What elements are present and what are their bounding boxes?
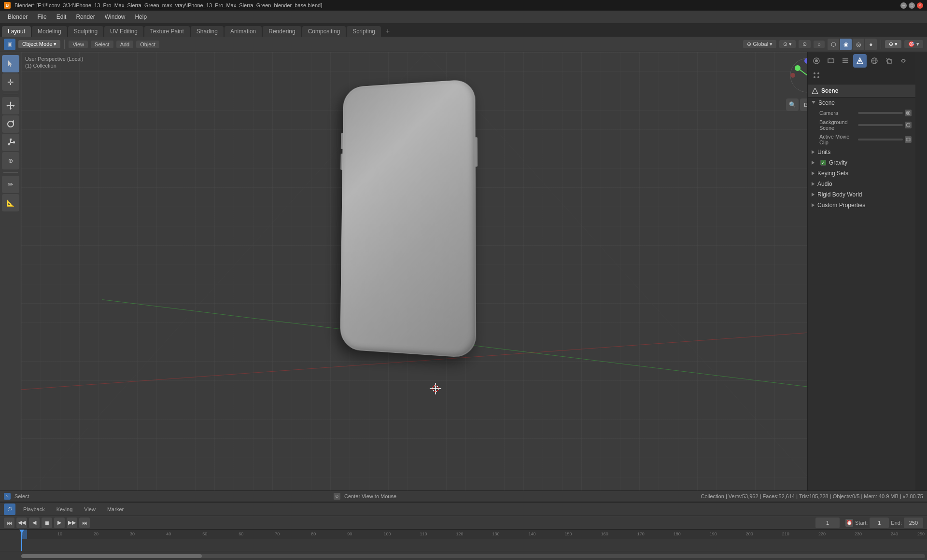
tab-scripting[interactable]: Scripting xyxy=(347,26,381,37)
tab-layout[interactable]: Layout xyxy=(2,26,31,37)
jump-end-btn[interactable]: ⏭ xyxy=(79,518,90,528)
render-props-icon[interactable] xyxy=(810,54,823,68)
solid-shading-btn[interactable]: ◉ xyxy=(840,39,852,50)
menu-window[interactable]: Window xyxy=(101,13,129,21)
timeline-scroll-bar[interactable] xyxy=(0,551,927,560)
stop-btn[interactable]: ⏹ xyxy=(42,518,52,528)
play-btn[interactable]: ▶ xyxy=(54,518,65,528)
active-movie-clip-value[interactable] xyxy=(858,139,903,140)
end-frame-input[interactable] xyxy=(904,518,923,528)
select-menu[interactable]: Select xyxy=(91,41,113,48)
proportional-edit-toggle[interactable]: ○ xyxy=(814,41,825,48)
start-frame-input[interactable] xyxy=(870,518,889,528)
background-scene-value[interactable] xyxy=(858,124,903,126)
material-shading-btn[interactable]: ◎ xyxy=(853,39,864,50)
scene-section-header[interactable]: Scene xyxy=(808,98,915,108)
keying-tab[interactable]: Keying xyxy=(53,505,77,513)
units-section-header[interactable]: Units xyxy=(808,147,915,157)
svg-rect-40 xyxy=(843,62,848,63)
frame-range: ⏰ Start: End: xyxy=(845,518,923,528)
cursor-tool-btn[interactable]: ✛ xyxy=(2,73,19,91)
timeline-track[interactable]: 1 10 20 30 40 50 60 70 80 90 100 110 120… xyxy=(0,530,927,551)
transform-tool-btn[interactable]: ⊕ xyxy=(2,152,19,169)
menu-edit[interactable]: Edit xyxy=(53,13,70,21)
background-scene-picker-icon[interactable] xyxy=(905,122,912,128)
add-menu[interactable]: Add xyxy=(116,41,134,48)
viewport-mode-icon[interactable]: ▣ xyxy=(4,39,15,50)
svg-point-6 xyxy=(8,121,14,127)
rendered-shading-btn[interactable]: ● xyxy=(865,39,877,50)
measure-tool-btn[interactable]: 📐 xyxy=(2,194,19,211)
phone-model-body xyxy=(340,79,476,359)
menu-render[interactable]: Render xyxy=(72,13,98,21)
playback-tab[interactable]: Playback xyxy=(19,505,49,513)
start-frame-group: ⏰ Start: End: xyxy=(845,518,923,528)
output-props-icon[interactable] xyxy=(824,54,838,68)
view-layer-props-icon[interactable] xyxy=(839,54,852,68)
scene-props-header: Scene xyxy=(808,84,915,98)
viewport[interactable]: User Perspective (Local) (1) Collection … xyxy=(21,52,830,502)
tab-rendering[interactable]: Rendering xyxy=(263,26,301,37)
marker-tab[interactable]: Marker xyxy=(103,505,127,513)
rigid-body-world-section-header[interactable]: Rigid Body World xyxy=(808,189,915,200)
object-mode-selector[interactable]: Object Mode ▾ xyxy=(18,40,60,48)
jump-start-btn[interactable]: ⏮ xyxy=(4,518,14,528)
movie-clip-icon[interactable] xyxy=(905,136,912,143)
snap-toggle[interactable]: ⊙ xyxy=(799,40,811,48)
modifier-props-icon[interactable] xyxy=(897,54,910,68)
move-tool-btn[interactable] xyxy=(2,97,19,114)
timeline-mode-icon[interactable]: ⏱ xyxy=(4,504,15,515)
tab-sculpting[interactable]: Sculpting xyxy=(68,26,103,37)
tab-uv-editing[interactable]: UV Editing xyxy=(104,26,143,37)
wireframe-shading-btn[interactable]: ⬡ xyxy=(828,39,839,50)
annotate-tool-btn[interactable]: ✏ xyxy=(2,176,19,193)
minimize-button[interactable]: ─ xyxy=(900,2,907,9)
custom-properties-section-header[interactable]: Custom Properties xyxy=(808,200,915,210)
step-forward-btn[interactable]: ▶▶ xyxy=(67,518,77,528)
world-props-icon[interactable] xyxy=(868,54,881,68)
camera-value[interactable] xyxy=(858,112,903,114)
ruler-mark-110: 110 xyxy=(420,532,427,536)
timeline-scrollbar-thumb[interactable] xyxy=(21,554,202,558)
tab-texture-paint[interactable]: Texture Paint xyxy=(144,26,190,37)
tab-modeling[interactable]: Modeling xyxy=(32,26,67,37)
rotate-tool-btn[interactable] xyxy=(2,115,19,133)
ruler-mark-120: 120 xyxy=(456,532,463,536)
play-back-btn[interactable]: ◀ xyxy=(29,518,40,528)
scene-props-icon[interactable] xyxy=(853,54,867,68)
select-tool-btn[interactable] xyxy=(2,55,19,72)
scale-tool-btn[interactable] xyxy=(2,134,19,151)
overlays-toggle[interactable]: ⊕ ▾ xyxy=(885,40,901,48)
step-back-btn[interactable]: ◀◀ xyxy=(16,518,27,528)
object-props-icon[interactable] xyxy=(882,54,896,68)
title-bar-controls[interactable]: ─ □ ✕ xyxy=(900,2,923,9)
menu-file[interactable]: File xyxy=(33,13,50,21)
tab-animation[interactable]: Animation xyxy=(225,26,262,37)
scene-props-content: Scene Scene Camera Background Scene Acti… xyxy=(808,84,915,210)
view-menu[interactable]: View xyxy=(69,41,88,48)
close-button[interactable]: ✕ xyxy=(917,2,923,9)
camera-picker-icon[interactable] xyxy=(905,110,912,116)
gravity-checkbox[interactable]: ✓ xyxy=(820,160,826,166)
tab-compositing[interactable]: Compositing xyxy=(302,26,346,37)
maximize-button[interactable]: □ xyxy=(909,2,915,9)
gizmos-toggle[interactable]: 🎯 ▾ xyxy=(904,40,923,48)
object-menu[interactable]: Object xyxy=(136,41,159,48)
zoom-in-btn[interactable]: 🔍 xyxy=(786,98,799,111)
current-frame-input[interactable]: 1 xyxy=(815,518,840,528)
timeline-scrollbar-track[interactable] xyxy=(21,554,925,558)
tab-shading[interactable]: Shading xyxy=(191,26,224,37)
gravity-section-arrow xyxy=(812,161,815,165)
transform-pivot-selector[interactable]: ⊙ ▾ xyxy=(779,40,796,48)
gravity-section-header[interactable]: ✓ Gravity xyxy=(808,157,915,168)
menu-blender[interactable]: Blender xyxy=(4,13,31,21)
svg-text:Y: Y xyxy=(795,67,798,71)
particles-props-icon[interactable] xyxy=(810,69,823,82)
audio-section-header[interactable]: Audio xyxy=(808,179,915,189)
add-workspace-button[interactable]: + xyxy=(382,25,393,37)
keying-sets-section-header[interactable]: Keying Sets xyxy=(808,168,915,179)
view-tab[interactable]: View xyxy=(80,505,99,513)
transform-space-selector[interactable]: ⊕ Global ▾ xyxy=(743,40,776,48)
ruler-mark-210: 210 xyxy=(782,532,789,536)
menu-help[interactable]: Help xyxy=(131,13,151,21)
